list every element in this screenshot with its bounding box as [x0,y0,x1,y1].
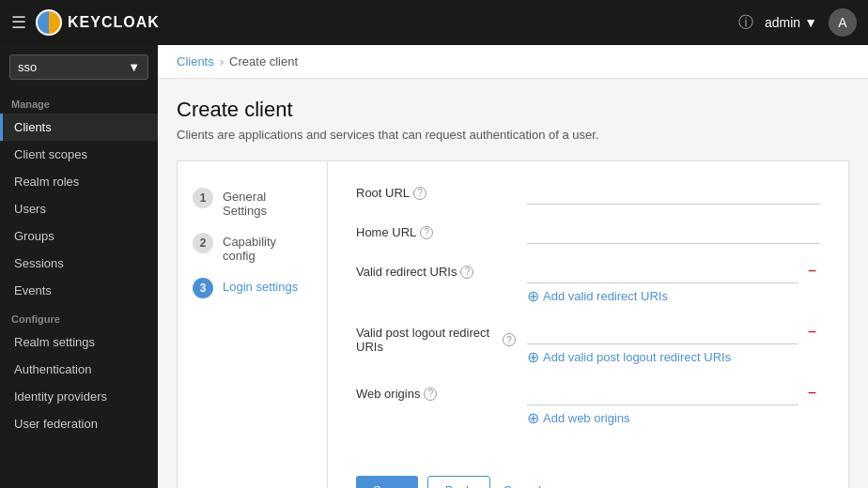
brand-logo-icon [36,9,62,36]
sidebar-item-label: Realm settings [14,335,95,349]
plus-circle-icon: ⊕ [527,287,539,305]
add-web-origin-label: Add web origins [543,411,630,425]
home-url-info-icon[interactable]: ? [420,226,433,239]
step-3-label: Login settings [223,278,298,294]
realm-select[interactable]: sso ▼ [9,54,148,80]
web-origins-label: Web origins ? [356,381,516,401]
hamburger-icon[interactable]: ☰ [11,12,26,33]
sidebar-item-sessions[interactable]: Sessions [0,250,158,277]
sidebar-item-client-scopes[interactable]: Client scopes [0,141,158,168]
home-url-row: Home URL ? [356,220,820,244]
root-url-row: Root URL ? [356,180,820,205]
sidebar-item-label: Identity providers [14,389,107,404]
sidebar-item-events[interactable]: Events [0,277,158,304]
home-url-label: Home URL ? [356,220,516,239]
sidebar-item-identity-providers[interactable]: Identity providers [0,383,158,410]
configure-section-label: Configure [0,304,158,328]
web-origins-input-wrap: − [527,381,820,405]
manage-section-label: Manage [0,89,158,114]
sidebar: sso ▼ Manage Clients Client scopes Realm… [0,45,158,488]
sidebar-item-realm-settings[interactable]: Realm settings [0,328,158,356]
sidebar-item-user-federation[interactable]: User federation [0,410,158,437]
page-description: Clients are applications and services th… [177,128,849,142]
home-url-input[interactable] [527,220,820,244]
avatar[interactable]: A [829,8,857,37]
cancel-button[interactable]: Cancel [500,476,545,488]
navbar: ☰ KEYCLOAK ⓘ admin ▼ A [0,0,868,45]
sidebar-item-clients[interactable]: Clients [0,114,158,141]
remove-valid-redirect-uri-button[interactable]: − [804,263,820,280]
web-origins-info-icon[interactable]: ? [424,388,437,401]
sidebar-item-label: Groups [14,229,54,243]
sidebar-item-label: Events [14,283,52,297]
breadcrumb-clients-link[interactable]: Clients [177,54,214,69]
valid-redirect-uris-input[interactable] [527,259,798,283]
chevron-down-icon: ▼ [804,15,817,30]
remove-post-logout-button[interactable]: − [804,324,820,341]
main-content: Clients › Create client Create client Cl… [158,45,868,488]
web-origins-input[interactable] [527,381,798,405]
back-button[interactable]: Back [427,476,490,488]
add-post-logout-button[interactable]: ⊕ Add valid post logout redirect URIs [527,348,820,366]
valid-redirect-uris-label: Valid redirect URIs ? [356,259,516,279]
content-area: Create client Clients are applications a… [158,79,868,488]
admin-button[interactable]: admin ▼ [765,15,817,30]
sidebar-item-label: Authentication [14,362,91,376]
sidebar-item-label: Client scopes [14,147,87,161]
realm-value: sso [18,60,37,74]
brand: KEYCLOAK [36,9,160,36]
sidebar-item-label: Realm roles [14,175,79,189]
wizard-fields: Root URL ? Home URL ? [328,161,848,461]
valid-post-logout-info-icon[interactable]: ? [503,333,516,346]
step-2-label: Capability config [223,233,312,263]
add-valid-redirect-uri-button[interactable]: ⊕ Add valid redirect URIs [527,287,820,305]
navbar-right: ⓘ admin ▼ A [738,8,857,37]
layout: sso ▼ Manage Clients Client scopes Realm… [0,45,868,488]
root-url-input[interactable] [527,180,820,205]
root-url-label: Root URL ? [356,180,516,200]
add-valid-redirect-uri-label: Add valid redirect URIs [543,289,668,303]
navbar-left: ☰ KEYCLOAK [11,9,160,36]
step-1-number: 1 [193,188,213,208]
sidebar-item-authentication[interactable]: Authentication [0,356,158,383]
sidebar-item-users[interactable]: Users [0,195,158,222]
sidebar-item-groups[interactable]: Groups [0,222,158,250]
wizard-step-2[interactable]: 2 Capability config [178,225,327,270]
remove-web-origin-button[interactable]: − [804,385,820,402]
plus-circle-icon: ⊕ [527,348,539,366]
step-3-number: 3 [193,278,213,298]
root-url-input-wrap [527,180,820,205]
wizard-form: 1 General Settings 2 Capability config 3… [177,160,849,488]
plus-circle-icon: ⊕ [527,409,539,427]
valid-redirect-uris-row: Valid redirect URIs ? − ⊕ Add [356,259,820,305]
step-1-label: General Settings [223,188,312,218]
breadcrumb-current: Create client [229,54,298,69]
sidebar-item-label: Users [14,202,46,216]
step-2-number: 2 [193,233,213,253]
chevron-down-icon: ▼ [128,60,140,74]
valid-redirect-uris-info-icon[interactable]: ? [460,266,473,279]
add-post-logout-label: Add valid post logout redirect URIs [543,350,731,364]
add-web-origin-button[interactable]: ⊕ Add web origins [527,409,820,427]
form-actions: Save Back Cancel [328,461,848,488]
root-url-info-icon[interactable]: ? [413,187,426,200]
valid-post-logout-input[interactable] [527,320,798,344]
breadcrumb: Clients › Create client [158,45,868,79]
brand-name: KEYCLOAK [68,14,160,31]
valid-post-logout-label: Valid post logout redirect URIs ? [356,320,516,354]
save-button[interactable]: Save [356,476,418,488]
wizard-step-1[interactable]: 1 General Settings [178,180,327,225]
valid-redirect-uris-input-wrap: − [527,259,820,283]
admin-label: admin [765,15,800,30]
valid-post-logout-input-wrap: − [527,320,820,344]
wizard-step-3[interactable]: 3 Login settings [178,270,327,306]
sidebar-item-label: Clients [14,120,52,134]
help-icon[interactable]: ⓘ [738,13,753,33]
wizard-steps: 1 General Settings 2 Capability config 3… [178,161,328,488]
sidebar-item-label: Sessions [14,256,64,270]
page-title: Create client [177,98,849,122]
home-url-input-wrap [527,220,820,244]
valid-post-logout-row: Valid post logout redirect URIs ? − ⊕ [356,320,820,366]
sidebar-item-realm-roles[interactable]: Realm roles [0,168,158,195]
breadcrumb-separator: › [220,54,224,69]
